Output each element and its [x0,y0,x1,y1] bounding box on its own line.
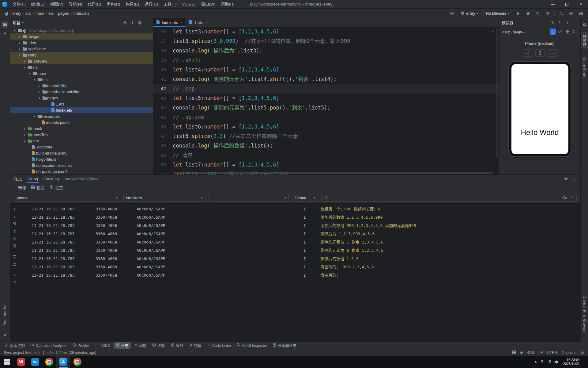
taskbar-clock[interactable]: 16:23:04 2025/11/21 [561,358,582,366]
tree-item-pages[interactable]: ▾pages [10,95,153,101]
screenshot-icon[interactable] [11,261,18,267]
tree-item-rjl[interactable]: ▾rjlD:\workspace-harmony\rjl [10,27,153,33]
code-editor[interactable]: ✓ 36let list3:number[] = [1,2,3,4,5,6]37… [153,27,499,174]
preview-target[interactable]: entry : /page... [502,29,525,34]
editor-horizontal-scrollbar[interactable] [175,172,493,174]
tool-tab-构建[interactable]: 构建 [187,342,204,349]
build-settings-icon[interactable] [448,10,456,17]
line-number[interactable]: 48 [153,141,173,151]
network-icon[interactable] [540,359,544,364]
ime-indicator[interactable]: 中 [554,359,558,365]
menu-导航(N)[interactable]: 导航(N) [66,0,85,8]
log-action-布局[interactable]: 布局 [31,185,44,190]
notifications-icon[interactable] [581,21,588,28]
menu-帮助(H)[interactable]: 帮助(H) [218,0,237,8]
line-number[interactable]: 43 [153,94,173,103]
maximize-button[interactable] [560,0,574,8]
menu-文件(F)[interactable]: 文件(F) [10,0,28,8]
match-case-toggle[interactable]: Cc [561,196,568,200]
run-config-select[interactable]: entry ▾ [458,10,481,17]
chevron-collapsed-icon[interactable]: ▸ [32,115,37,118]
hide-previewer-icon[interactable]: — [572,20,578,26]
tool-tab-TODO[interactable]: TODO [92,343,113,348]
chevron-collapsed-icon[interactable]: ▸ [37,84,42,87]
chevron-collapsed-icon[interactable]: ▸ [17,35,22,38]
rotate-left-button[interactable]: ◁ [523,49,532,57]
chevron-expanded-icon[interactable]: ▾ [17,53,22,57]
log-row[interactable]: 11-21 16:21:28.7853360-4068A0c0d0/JSAPPI… [19,230,580,238]
menu-VCS(S)[interactable]: VCS(S) [179,0,198,8]
menu-构建(B)[interactable]: 构建(B) [123,0,141,8]
tool-tab-ArkUI Inspector[interactable]: ArkUI Inspector [234,343,270,348]
tree-item-entry[interactable]: ▾entry [10,52,153,58]
log-tab-AnalyzeStackTrace[interactable]: AnalyzeStackTrace [62,175,101,183]
log-row[interactable]: 11-21 16:21:28.7853360-4068A0c0d0/JSAPPI… [19,263,580,271]
line-number[interactable]: 42 [153,84,173,94]
log-action-设置[interactable]: 设置 [49,185,63,190]
device-filter-select[interactable]: phone ▾ [14,194,120,202]
tree-item-mock[interactable]: ▸mock [10,125,153,132]
close-button[interactable]: × [574,0,588,8]
tree-item-ohosTest[interactable]: ▸ohosTest [10,132,153,138]
caret-position[interactable]: 42:8 [527,351,534,355]
chevron-collapsed-icon[interactable]: ▸ [17,41,22,44]
debug-button[interactable] [524,10,532,17]
search-everywhere-icon[interactable] [557,10,565,17]
chevron-expanded-icon[interactable]: ▾ [13,29,17,32]
tool-tab-服务[interactable]: 服务 [168,342,186,349]
tool-tab-问题[interactable]: 问题 [132,342,149,349]
editor-tab-Index.ets[interactable]: Index.ets× [153,18,186,27]
tree-item-obfuscation-rules.txt[interactable]: obfuscation-rules.txt [10,162,153,168]
tree-item-.hvigor[interactable]: ▸.hvigor [10,33,153,40]
tree-item-main[interactable]: ▾main [10,70,153,76]
tree-item-entrybackupability[interactable]: ▸entrybackupability [10,89,153,95]
chevron-expanded-icon[interactable]: ▾ [22,66,27,69]
chevron-collapsed-icon[interactable]: ▸ [22,59,27,63]
tool-tab-Operation Analyzer[interactable]: Operation Analyzer [28,343,69,348]
taskbar-word-button[interactable]: W [14,356,28,368]
taskbar-chrome-button[interactable] [42,356,56,368]
close-tab-icon[interactable]: × [205,21,208,25]
device-file-browser-tool-button[interactable]: Device File Browser [581,293,587,337]
tree-item-.gitignore[interactable]: .gitignore [10,144,153,150]
hide-panel-icon[interactable]: — [144,19,150,26]
custom-filter-select[interactable]: ▾ [209,194,289,202]
bookmark-icon[interactable] [1,332,9,339]
taskbar-chrome2-button[interactable] [70,356,85,368]
indent-setting[interactable]: 2 spaces [562,351,576,355]
more-options-button[interactable]: ⋯ [548,49,557,57]
tree-item-Index.ets[interactable]: Index.ets [10,107,153,113]
log-row[interactable]: 11-21 16:21:28.7853360-4068A0c0d0/JSAPPI… [19,271,580,279]
resume-icon[interactable]: ↻ [11,235,18,242]
tree-item-oh-package.json5[interactable]: oh-package.json5 [10,168,153,174]
log-row[interactable]: 11-21 16:21:28.7853360-4068A0c0d0/JSAPPI… [19,255,580,263]
layout-icon[interactable] [577,10,585,17]
line-number[interactable]: 51 [153,170,173,174]
line-number[interactable]: 50 [153,160,173,170]
tool-tab-Code Linter[interactable]: Code Linter [205,343,234,348]
close-tab-icon[interactable]: × [180,21,183,25]
tree-item-module.json5[interactable]: module.json5 [10,119,153,125]
tree-item-src[interactable]: ▾src [10,64,153,70]
multi-preview-icon[interactable] [564,29,571,35]
menu-代码(C)[interactable]: 代码(C) [85,0,104,8]
start-button[interactable] [0,356,14,368]
minimize-button[interactable]: — [546,0,560,8]
tool-tab-日志[interactable]: 日志 [114,342,131,349]
settings-icon[interactable] [567,10,575,17]
tab-options-icon[interactable]: ⋮ [489,18,499,27]
device-select[interactable]: No Devices ▾ [483,10,513,17]
close-icon[interactable]: × [11,272,18,278]
help-icon[interactable]: ? [11,279,18,286]
breadcrumb-entry[interactable]: entry [11,10,22,16]
level-filter-select[interactable]: Debug ▾ [292,194,318,202]
tree-item-ets[interactable]: ▾ets [10,76,153,82]
editor-vertical-scrollbar[interactable] [496,28,498,158]
chevron-collapsed-icon[interactable]: ▸ [22,133,27,136]
stop-preview-icon[interactable]: ● [564,20,571,26]
line-separator[interactable]: LF [538,351,543,355]
rotate-device-button[interactable] [535,49,545,57]
tree-item-.preview[interactable]: ▸.preview [10,58,153,64]
inspection-ok-icon[interactable]: ✓ [491,29,494,34]
project-tool-icon[interactable] [1,21,9,28]
